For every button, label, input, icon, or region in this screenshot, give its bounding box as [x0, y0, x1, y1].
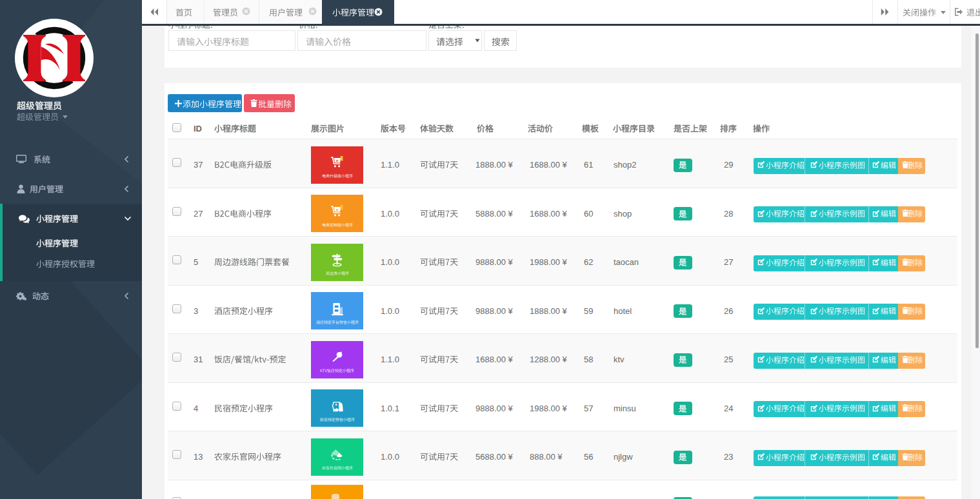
svg-text:e: e: [336, 206, 338, 211]
svg-text:e: e: [336, 158, 338, 162]
